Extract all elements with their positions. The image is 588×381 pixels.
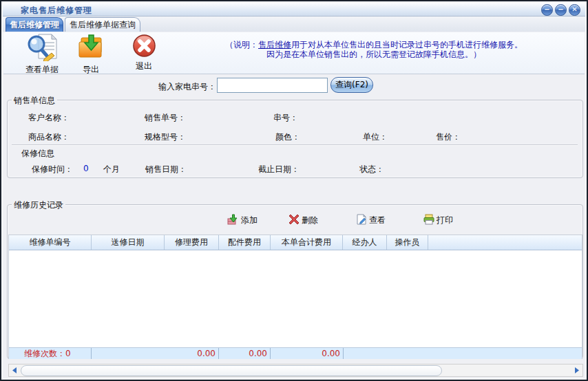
serial-input-label: 输入家电串号：	[158, 81, 216, 93]
print-label: 打印	[437, 215, 453, 226]
warranty-divider	[12, 144, 578, 146]
col-header-filler	[428, 235, 582, 250]
price-label: 售价：	[436, 131, 461, 143]
window-controls: − − ✕	[541, 4, 580, 16]
unit-label: 单位：	[363, 131, 388, 143]
minimize-button[interactable]: −	[541, 4, 553, 16]
scroll-right-arrow[interactable]	[571, 364, 582, 376]
sales-order-no-label: 销售单号：	[145, 112, 186, 124]
app-window: 家电售后维修管理 − − ✕ 售后维修管理 售后维修单据查询	[0, 0, 588, 381]
export-icon	[77, 34, 105, 63]
view-receipt-label: 查看单据	[25, 64, 59, 76]
note-line1: （说明：售后维修用于对从本单位售出的且当时记录过串号的手机进行维修服务。	[225, 40, 588, 50]
scrollbar-thumb[interactable]	[21, 365, 442, 376]
product-name-label: 商品名称：	[28, 131, 70, 143]
sales-info-group: 销售单信息 客户名称： 销售单号： 串号： 商品名称： 规格型号： 颜色： 单位…	[7, 100, 583, 178]
col-header-repair-date[interactable]: 送修日期	[92, 235, 165, 250]
summary-total-fee: 0.00	[271, 348, 344, 359]
toolbar: 查看单据 导出	[3, 32, 585, 74]
col-header-repair-fee[interactable]: 修理费用	[165, 235, 219, 250]
summary-row: 维修次数：0 0.00 0.00 0.00	[9, 347, 582, 359]
print-icon	[423, 214, 434, 227]
warranty-period-unit: 个月	[103, 164, 120, 175]
note-highlight: 售后维修	[258, 40, 291, 50]
col-header-repair-order-no[interactable]: 维修单编号	[9, 235, 92, 250]
summary-repair-fee: 0.00	[92, 348, 219, 359]
warranty-section-title: 保修信息	[21, 148, 54, 160]
delete-label: 删除	[302, 215, 318, 226]
title-bar: 家电售后维修管理 − − ✕	[3, 3, 585, 17]
warranty-period-label: 保修时间：	[32, 164, 73, 175]
view-receipt-button[interactable]: 查看单据	[14, 34, 70, 76]
view-button[interactable]: 查看	[356, 214, 386, 227]
add-icon	[227, 214, 239, 227]
horizontal-scrollbar[interactable]	[8, 364, 583, 377]
spec-model-label: 规格型号：	[145, 131, 186, 143]
repair-history-group-title: 维修历史记录	[12, 199, 65, 211]
window-title: 家电售后维修管理	[21, 5, 92, 17]
summary-filler	[344, 348, 582, 359]
close-icon: ✕	[571, 6, 577, 13]
col-header-total-fee[interactable]: 本单合计费用	[271, 235, 343, 250]
exit-button[interactable]: 退出	[126, 34, 162, 72]
print-button[interactable]: 打印	[423, 214, 453, 227]
add-button[interactable]: 添加	[227, 214, 258, 227]
col-header-parts-fee[interactable]: 配件费用	[219, 235, 271, 250]
close-button[interactable]: ✕	[569, 4, 580, 16]
history-table: 维修单编号 送修日期 修理费用 配件费用 本单合计费用 经办人 操作员 维修次数…	[8, 235, 582, 359]
table-body[interactable]	[9, 250, 582, 347]
serial-input[interactable]	[217, 78, 328, 93]
col-header-handler[interactable]: 经办人	[343, 235, 387, 250]
exit-icon	[132, 34, 156, 60]
warranty-period-value: 0	[83, 164, 89, 173]
note-line2: 因为是在本单位销售出的，所以无需登记故障手机信息。）	[266, 50, 588, 59]
summary-parts-fee: 0.00	[219, 348, 271, 359]
restore-button[interactable]: −	[555, 4, 567, 16]
serial-no-label: 串号：	[273, 112, 298, 124]
add-label: 添加	[241, 215, 258, 226]
delete-button[interactable]: 删除	[288, 214, 318, 227]
col-header-operator[interactable]: 操作员	[387, 235, 428, 250]
sales-info-group-title: 销售单信息	[12, 95, 57, 107]
view-record-icon	[356, 214, 367, 227]
deadline-label: 截止日期：	[258, 164, 300, 175]
view-record-label: 查看	[369, 215, 386, 226]
table-header-row: 维修单编号 送修日期 修理费用 配件费用 本单合计费用 经办人 操作员	[9, 235, 582, 250]
repair-count: 维修次数：0	[9, 348, 92, 359]
view-document-icon	[26, 34, 58, 63]
color-label: 颜色：	[275, 131, 300, 143]
restore-icon: −	[558, 6, 563, 13]
export-button[interactable]: 导出	[72, 34, 109, 76]
tab-bar: 售后维修管理 售后维修单据查询	[3, 17, 585, 32]
delete-icon	[288, 214, 300, 227]
scroll-left-arrow[interactable]	[9, 364, 20, 376]
exit-label: 退出	[136, 61, 152, 72]
tab-receipt-query[interactable]: 售后维修单据查询	[65, 17, 140, 32]
minimize-icon: −	[544, 6, 549, 13]
export-label: 导出	[83, 64, 99, 76]
status-label: 状态：	[359, 164, 384, 175]
customer-name-label: 客户名称：	[28, 112, 70, 124]
tab-after-sales-management[interactable]: 售后维修管理	[6, 17, 63, 32]
sale-date-label: 销售日期：	[145, 164, 187, 175]
query-button[interactable]: 查询(F2)	[330, 77, 373, 93]
toolbar-note: （说明：售后维修用于对从本单位售出的且当时记录过串号的手机进行维修服务。 因为是…	[225, 40, 588, 59]
repair-history-group: 维修历史记录 添加 删除	[7, 204, 583, 359]
